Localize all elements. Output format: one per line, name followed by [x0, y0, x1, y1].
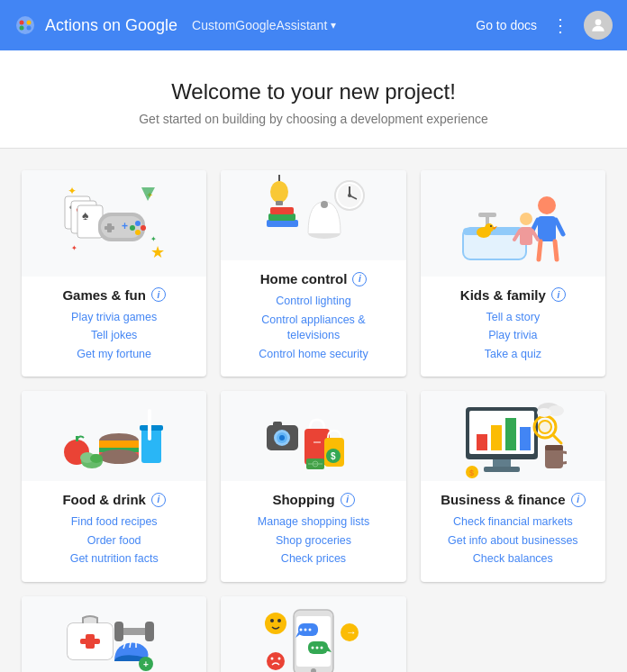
svg-rect-33	[270, 207, 294, 214]
card-illustration: →	[221, 596, 405, 673]
svg-line-112	[130, 642, 131, 648]
svg-point-2	[27, 21, 32, 25]
navbar-brand: Actions on Google	[45, 16, 177, 35]
svg-rect-80	[314, 441, 321, 443]
card-links: Play trivia gamesTell jokesGet my fortun…	[36, 310, 192, 363]
card-home-control[interactable]: Home control i Control lightingControl a…	[221, 170, 405, 377]
svg-point-49	[538, 196, 556, 214]
navbar: Actions on Google CustomGoogleAssistant …	[0, 0, 627, 50]
card-title-row: Shopping i	[235, 492, 391, 507]
card-link[interactable]: Manage shopping lists	[235, 514, 391, 531]
card-illustration: +	[22, 596, 206, 673]
svg-point-135	[299, 628, 302, 631]
svg-point-22	[141, 225, 146, 231]
card-link[interactable]: Tell a story	[435, 310, 591, 326]
card-body: Kids & family i Tell a storyPlay triviaT…	[421, 277, 605, 377]
card-illustration	[421, 170, 605, 277]
card-link[interactable]: Find food recipes	[36, 514, 192, 531]
card-links: Control lightingControl appliances & tel…	[235, 294, 391, 362]
card-shopping[interactable]: $ Shopping i Manage shopping listsShop g…	[221, 391, 405, 582]
info-icon[interactable]: i	[352, 272, 367, 286]
svg-text:$: $	[469, 468, 474, 477]
svg-rect-61	[76, 436, 78, 441]
svg-point-99	[539, 421, 551, 433]
card-title: Games & fun	[62, 287, 146, 303]
card-body: Shopping i Manage shopping listsShop gro…	[221, 481, 405, 582]
svg-point-140	[320, 646, 323, 649]
card-links: Manage shopping listsShop groceriesCheck…	[235, 514, 391, 568]
card-link[interactable]: Play trivia games	[36, 310, 192, 326]
svg-text:✦: ✦	[71, 244, 77, 252]
info-icon[interactable]: i	[151, 287, 166, 302]
card-title-row: Home control i	[235, 271, 391, 286]
card-link[interactable]: Get info about businesses	[435, 533, 591, 549]
google-logo	[14, 14, 36, 36]
hero-section: Welcome to your new project! Get started…	[0, 50, 627, 149]
svg-text:$: $	[331, 451, 336, 461]
svg-point-3	[20, 26, 24, 31]
card-link[interactable]: Order food	[36, 533, 192, 549]
card-link[interactable]: Get my fortune	[36, 347, 192, 363]
svg-rect-91	[491, 425, 502, 450]
svg-point-23	[135, 230, 141, 235]
svg-point-40	[348, 194, 351, 197]
svg-point-137	[308, 628, 311, 631]
info-icon[interactable]: i	[551, 287, 566, 302]
svg-point-103	[537, 408, 551, 417]
svg-rect-32	[268, 213, 295, 221]
card-title-row: Kids & family i	[435, 287, 591, 303]
card-link[interactable]: Tell jokes	[36, 328, 192, 344]
card-link[interactable]: Check financial markets	[435, 514, 591, 531]
svg-point-24	[130, 225, 135, 231]
card-illustration	[22, 391, 206, 481]
card-body: Home control i Control lightingControl a…	[221, 260, 405, 377]
svg-rect-95	[484, 467, 520, 472]
svg-point-29	[270, 181, 288, 203]
svg-rect-20	[104, 226, 114, 230]
card-food-drink[interactable]: Food & drink i Find food recipesOrder fo…	[22, 391, 206, 582]
svg-point-21	[135, 221, 141, 226]
card-link[interactable]: Control appliances & televisions	[235, 313, 391, 344]
info-icon[interactable]: i	[341, 493, 355, 507]
card-health-fitness[interactable]: + Health & fitness i Get info about heal…	[22, 596, 206, 673]
info-icon[interactable]: i	[571, 493, 586, 507]
card-illustration	[221, 170, 405, 260]
more-menu-icon[interactable]: ⋮	[551, 14, 569, 36]
card-grid-container: ✦ ✦ ✦ ✦ ♣ ♥ ♠ + ★ Games & fun i	[0, 149, 627, 672]
card-link[interactable]: Get nutrition facts	[36, 551, 192, 568]
svg-text:♠: ♠	[82, 208, 89, 222]
svg-line-54	[555, 241, 557, 259]
card-title: Business & finance	[441, 492, 565, 507]
svg-rect-50	[538, 216, 556, 241]
card-games[interactable]: ✦ ✦ ✦ ✦ ♣ ♥ ♠ + ★ Games & fun i	[22, 170, 206, 377]
svg-point-129	[277, 619, 281, 622]
card-link[interactable]: Check balances	[435, 551, 591, 568]
info-icon[interactable]: i	[151, 493, 166, 507]
project-selector[interactable]: CustomGoogleAssistant ▾	[192, 18, 336, 32]
svg-point-66	[99, 450, 139, 464]
card-links: Find food recipesOrder foodGet nutrition…	[36, 514, 192, 568]
svg-rect-78	[273, 422, 282, 427]
card-link[interactable]: Check prices	[235, 551, 391, 568]
user-avatar[interactable]	[584, 11, 613, 40]
card-link[interactable]: Control home security	[235, 347, 391, 363]
card-link[interactable]: Control lighting	[235, 294, 391, 310]
go-to-docs-link[interactable]: Go to docs	[476, 18, 537, 32]
card-kids-family[interactable]: Kids & family i Tell a storyPlay triviaT…	[421, 170, 605, 377]
svg-point-4	[27, 26, 32, 31]
card-title: Shopping	[272, 492, 334, 507]
svg-rect-63	[99, 440, 139, 448]
card-social-communication[interactable]: → Social & communication i Make phone ca…	[221, 596, 405, 673]
card-link[interactable]: Play trivia	[435, 328, 591, 344]
svg-rect-93	[520, 427, 531, 450]
svg-text:+: +	[122, 220, 128, 232]
svg-point-77	[279, 435, 285, 440]
card-business-finance[interactable]: $ Business & finance i Check financial m…	[421, 391, 605, 582]
svg-point-136	[304, 628, 306, 631]
card-link[interactable]: Take a quiz	[435, 347, 591, 363]
svg-rect-45	[478, 213, 496, 217]
card-title-row: Food & drink i	[36, 492, 192, 507]
card-link[interactable]: Shop groceries	[235, 533, 391, 549]
svg-rect-90	[477, 434, 487, 450]
card-title-row: Business & finance i	[435, 492, 591, 507]
